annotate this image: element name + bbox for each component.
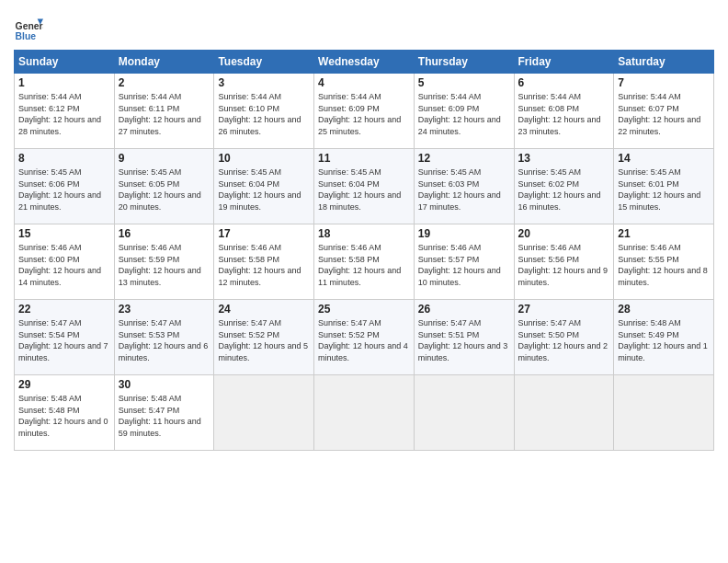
calendar-cell: 24Sunrise: 5:47 AMSunset: 5:52 PMDayligh… bbox=[214, 300, 314, 375]
day-number: 20 bbox=[518, 227, 610, 240]
day-detail: Sunrise: 5:44 AMSunset: 6:12 PMDaylight:… bbox=[18, 92, 101, 136]
calendar-cell bbox=[514, 375, 614, 451]
day-number: 9 bbox=[119, 152, 210, 165]
day-detail: Sunrise: 5:47 AMSunset: 5:51 PMDaylight:… bbox=[418, 318, 508, 362]
calendar-cell bbox=[414, 375, 514, 451]
day-number: 13 bbox=[518, 152, 610, 165]
calendar-cell bbox=[614, 375, 714, 451]
calendar-cell: 20Sunrise: 5:46 AMSunset: 5:56 PMDayligh… bbox=[514, 224, 614, 300]
calendar-cell: 1Sunrise: 5:44 AMSunset: 6:12 PMDaylight… bbox=[15, 74, 115, 149]
calendar-cell: 8Sunrise: 5:45 AMSunset: 6:06 PMDaylight… bbox=[15, 149, 115, 224]
calendar-cell: 29Sunrise: 5:48 AMSunset: 5:48 PMDayligh… bbox=[15, 375, 115, 451]
day-detail: Sunrise: 5:47 AMSunset: 5:52 PMDaylight:… bbox=[218, 318, 308, 362]
day-number: 22 bbox=[18, 303, 110, 316]
day-detail: Sunrise: 5:44 AMSunset: 6:09 PMDaylight:… bbox=[318, 92, 401, 136]
day-detail: Sunrise: 5:46 AMSunset: 6:00 PMDaylight:… bbox=[18, 243, 101, 287]
day-detail: Sunrise: 5:47 AMSunset: 5:52 PMDaylight:… bbox=[318, 318, 408, 362]
day-number: 11 bbox=[318, 152, 410, 165]
day-detail: Sunrise: 5:46 AMSunset: 5:56 PMDaylight:… bbox=[518, 243, 609, 287]
day-detail: Sunrise: 5:45 AMSunset: 6:06 PMDaylight:… bbox=[18, 167, 101, 212]
calendar-cell: 28Sunrise: 5:48 AMSunset: 5:49 PMDayligh… bbox=[614, 300, 714, 375]
weekday-header: Saturday bbox=[614, 51, 714, 74]
day-number: 6 bbox=[518, 76, 610, 89]
day-number: 29 bbox=[18, 378, 110, 391]
day-detail: Sunrise: 5:45 AMSunset: 6:04 PMDaylight:… bbox=[318, 167, 401, 212]
calendar-cell: 9Sunrise: 5:45 AMSunset: 6:05 PMDaylight… bbox=[114, 149, 214, 224]
day-detail: Sunrise: 5:46 AMSunset: 5:59 PMDaylight:… bbox=[119, 243, 201, 287]
day-number: 15 bbox=[18, 227, 110, 240]
weekday-header: Wednesday bbox=[314, 51, 415, 74]
calendar-cell: 17Sunrise: 5:46 AMSunset: 5:58 PMDayligh… bbox=[214, 224, 314, 300]
calendar-cell: 23Sunrise: 5:47 AMSunset: 5:53 PMDayligh… bbox=[114, 300, 214, 375]
calendar-week-row: 8Sunrise: 5:45 AMSunset: 6:06 PMDaylight… bbox=[15, 149, 714, 224]
weekday-header: Thursday bbox=[414, 51, 514, 74]
day-number: 7 bbox=[618, 76, 710, 89]
day-number: 19 bbox=[418, 227, 510, 240]
calendar-cell: 3Sunrise: 5:44 AMSunset: 6:10 PMDaylight… bbox=[214, 74, 314, 149]
weekday-header: Monday bbox=[114, 51, 214, 74]
calendar-header-row: SundayMondayTuesdayWednesdayThursdayFrid… bbox=[15, 51, 714, 74]
calendar-cell: 19Sunrise: 5:46 AMSunset: 5:57 PMDayligh… bbox=[414, 224, 514, 300]
day-detail: Sunrise: 5:45 AMSunset: 6:02 PMDaylight:… bbox=[518, 167, 601, 212]
day-detail: Sunrise: 5:48 AMSunset: 5:49 PMDaylight:… bbox=[618, 318, 708, 362]
calendar-cell: 6Sunrise: 5:44 AMSunset: 6:08 PMDaylight… bbox=[514, 74, 614, 149]
calendar-cell bbox=[314, 375, 415, 451]
calendar-cell: 25Sunrise: 5:47 AMSunset: 5:52 PMDayligh… bbox=[314, 300, 415, 375]
calendar-cell: 12Sunrise: 5:45 AMSunset: 6:03 PMDayligh… bbox=[414, 149, 514, 224]
day-detail: Sunrise: 5:47 AMSunset: 5:54 PMDaylight:… bbox=[18, 318, 108, 362]
day-number: 4 bbox=[318, 76, 410, 89]
calendar-cell: 18Sunrise: 5:46 AMSunset: 5:58 PMDayligh… bbox=[314, 224, 415, 300]
day-number: 26 bbox=[418, 303, 510, 316]
day-number: 2 bbox=[119, 76, 210, 89]
day-detail: Sunrise: 5:45 AMSunset: 6:04 PMDaylight:… bbox=[218, 167, 301, 212]
day-detail: Sunrise: 5:47 AMSunset: 5:50 PMDaylight:… bbox=[518, 318, 609, 362]
day-number: 27 bbox=[518, 303, 610, 316]
day-number: 14 bbox=[618, 152, 710, 165]
calendar-cell: 13Sunrise: 5:45 AMSunset: 6:02 PMDayligh… bbox=[514, 149, 614, 224]
svg-text:General: General bbox=[16, 21, 43, 31]
day-number: 28 bbox=[618, 303, 710, 316]
logo: General Blue bbox=[14, 13, 46, 42]
day-detail: Sunrise: 5:44 AMSunset: 6:11 PMDaylight:… bbox=[119, 92, 201, 136]
calendar-cell: 10Sunrise: 5:45 AMSunset: 6:04 PMDayligh… bbox=[214, 149, 314, 224]
day-number: 3 bbox=[218, 76, 310, 89]
calendar-cell: 14Sunrise: 5:45 AMSunset: 6:01 PMDayligh… bbox=[614, 149, 714, 224]
day-detail: Sunrise: 5:45 AMSunset: 6:01 PMDaylight:… bbox=[618, 167, 700, 212]
calendar-cell: 16Sunrise: 5:46 AMSunset: 5:59 PMDayligh… bbox=[114, 224, 214, 300]
calendar-body: 1Sunrise: 5:44 AMSunset: 6:12 PMDaylight… bbox=[15, 74, 714, 451]
svg-text:Blue: Blue bbox=[16, 31, 37, 41]
day-detail: Sunrise: 5:48 AMSunset: 5:47 PMDaylight:… bbox=[119, 394, 201, 438]
day-detail: Sunrise: 5:47 AMSunset: 5:53 PMDaylight:… bbox=[119, 318, 209, 362]
day-detail: Sunrise: 5:44 AMSunset: 6:07 PMDaylight:… bbox=[618, 92, 700, 136]
calendar-week-row: 29Sunrise: 5:48 AMSunset: 5:48 PMDayligh… bbox=[15, 375, 714, 451]
day-detail: Sunrise: 5:46 AMSunset: 5:57 PMDaylight:… bbox=[418, 243, 501, 287]
calendar-cell: 11Sunrise: 5:45 AMSunset: 6:04 PMDayligh… bbox=[314, 149, 415, 224]
day-detail: Sunrise: 5:48 AMSunset: 5:48 PMDaylight:… bbox=[18, 394, 108, 438]
calendar-cell: 5Sunrise: 5:44 AMSunset: 6:09 PMDaylight… bbox=[414, 74, 514, 149]
day-detail: Sunrise: 5:45 AMSunset: 6:05 PMDaylight:… bbox=[119, 167, 201, 212]
calendar-cell: 21Sunrise: 5:46 AMSunset: 5:55 PMDayligh… bbox=[614, 224, 714, 300]
calendar-cell: 27Sunrise: 5:47 AMSunset: 5:50 PMDayligh… bbox=[514, 300, 614, 375]
calendar-table: SundayMondayTuesdayWednesdayThursdayFrid… bbox=[14, 50, 714, 451]
calendar-week-row: 22Sunrise: 5:47 AMSunset: 5:54 PMDayligh… bbox=[15, 300, 714, 375]
day-detail: Sunrise: 5:44 AMSunset: 6:10 PMDaylight:… bbox=[218, 92, 301, 136]
calendar-cell: 30Sunrise: 5:48 AMSunset: 5:47 PMDayligh… bbox=[114, 375, 214, 451]
day-detail: Sunrise: 5:46 AMSunset: 5:55 PMDaylight:… bbox=[618, 243, 708, 287]
day-detail: Sunrise: 5:45 AMSunset: 6:03 PMDaylight:… bbox=[418, 167, 501, 212]
page-container: General Blue SundayMondayTuesdayWednesda… bbox=[0, 0, 728, 460]
calendar-cell: 26Sunrise: 5:47 AMSunset: 5:51 PMDayligh… bbox=[414, 300, 514, 375]
day-detail: Sunrise: 5:46 AMSunset: 5:58 PMDaylight:… bbox=[318, 243, 401, 287]
day-number: 1 bbox=[18, 76, 110, 89]
day-number: 5 bbox=[418, 76, 510, 89]
day-number: 16 bbox=[119, 227, 210, 240]
calendar-cell: 4Sunrise: 5:44 AMSunset: 6:09 PMDaylight… bbox=[314, 74, 415, 149]
calendar-cell: 7Sunrise: 5:44 AMSunset: 6:07 PMDaylight… bbox=[614, 74, 714, 149]
day-number: 30 bbox=[119, 378, 210, 391]
calendar-week-row: 1Sunrise: 5:44 AMSunset: 6:12 PMDaylight… bbox=[15, 74, 714, 149]
day-detail: Sunrise: 5:44 AMSunset: 6:09 PMDaylight:… bbox=[418, 92, 501, 136]
calendar-cell: 22Sunrise: 5:47 AMSunset: 5:54 PMDayligh… bbox=[15, 300, 115, 375]
calendar-cell bbox=[214, 375, 314, 451]
weekday-header: Friday bbox=[514, 51, 614, 74]
day-number: 21 bbox=[618, 227, 710, 240]
page-header: General Blue bbox=[14, 9, 714, 42]
